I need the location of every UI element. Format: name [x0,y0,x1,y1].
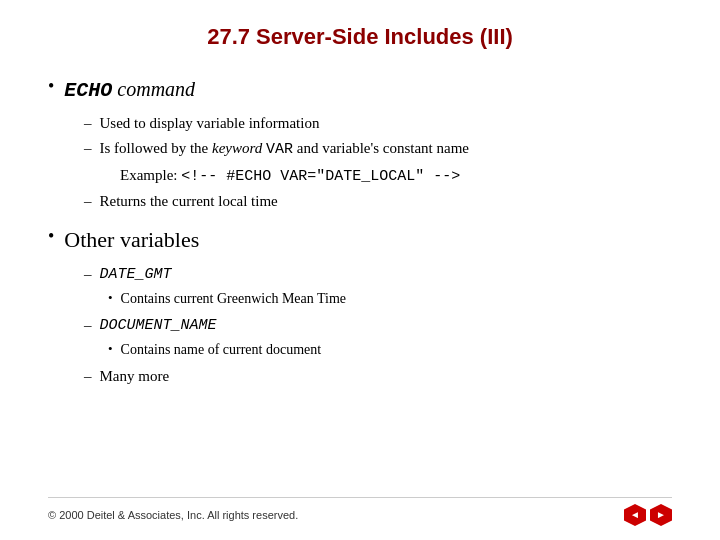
other-bullet-symbol: • [48,223,54,251]
date-gmt-desc: Contains current Greenwich Mean Time [121,288,347,310]
document-name-section: – DOCUMENT_NAME • Contains name of curre… [84,314,672,361]
slide-title: 27.7 Server-Side Includes (III) [48,24,672,50]
example-line: Example: <!-- #ECHO VAR="DATE_LOCAL" --> [120,164,672,188]
next-button[interactable]: ► [650,504,672,526]
bullet-symbol: • [48,73,54,101]
var-mono: VAR [266,141,293,158]
echo-sub-text-1: Used to display variable information [100,112,320,135]
date-gmt-name: DATE_GMT [100,263,172,286]
prev-button[interactable]: ◄ [624,504,646,526]
other-vars-header-text: Other variables [64,223,199,257]
example-code: <!-- #ECHO VAR="DATE_LOCAL" --> [181,168,460,185]
date-gmt-sub: • Contains current Greenwich Mean Time [108,288,672,310]
many-more-dash: – [84,365,92,388]
echo-sub-items: – Used to display variable information –… [84,112,672,213]
footer: © 2000 Deitel & Associates, Inc. All rig… [48,504,672,526]
other-vars-bullet: • Other variables [48,223,672,257]
many-more-item: – Many more [84,365,672,388]
echo-sub-item-3: – Returns the current local time [84,190,672,213]
many-more-text: Many more [100,365,170,388]
dash-2: – [84,137,92,160]
echo-sub-item-1: – Used to display variable information [84,112,672,135]
echo-header: ECHO command [64,74,195,106]
date-gmt-header: – DATE_GMT [84,263,672,286]
slide: 27.7 Server-Side Includes (III) • ECHO c… [0,0,720,540]
content-area: • ECHO command – Used to display variabl… [48,74,672,388]
document-name-mini-bullet: • [108,339,113,359]
prev-arrow: ◄ [630,510,640,520]
echo-sub-item-2: – Is followed by the keyword VAR and var… [84,137,672,161]
date-gmt-mini-bullet: • [108,288,113,308]
echo-sub-text-2: Is followed by the keyword VAR and varia… [100,137,470,161]
document-name-name: DOCUMENT_NAME [100,314,217,337]
date-gmt-section: – DATE_GMT • Contains current Greenwich … [84,263,672,310]
nav-buttons: ◄ ► [624,504,672,526]
date-gmt-dash: – [84,263,92,286]
dash-1: – [84,112,92,135]
dash-3: – [84,190,92,213]
echo-bullet: • ECHO command [48,74,672,106]
keyword-italic: keyword [212,140,262,156]
document-name-sub: • Contains name of current document [108,339,672,361]
command-italic: command [117,78,195,100]
document-name-desc: Contains name of current document [121,339,322,361]
echo-cmd-text: ECHO [64,79,112,102]
returns-text: Returns the current local time [100,190,278,213]
next-arrow: ► [656,510,666,520]
document-name-header: – DOCUMENT_NAME [84,314,672,337]
example-label: Example: [120,167,181,183]
copyright-text: © 2000 Deitel & Associates, Inc. All rig… [48,509,298,521]
bottom-divider [48,497,672,498]
document-name-dash: – [84,314,92,337]
